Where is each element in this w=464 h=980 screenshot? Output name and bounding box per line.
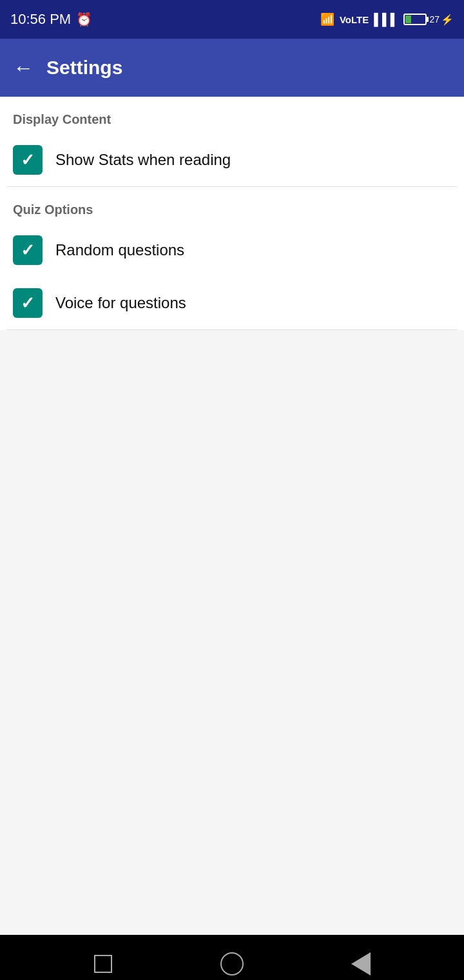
nav-bar xyxy=(0,935,464,980)
battery-box xyxy=(403,14,427,25)
divider-2 xyxy=(6,329,458,330)
battery-fill xyxy=(405,15,411,23)
charging-icon: ⚡ xyxy=(441,14,454,26)
nav-home-button[interactable] xyxy=(216,948,248,980)
checkmark-voice-questions: ✓ xyxy=(21,293,35,313)
voice-questions-label: Voice for questions xyxy=(55,294,186,312)
status-time: 10:56 PM xyxy=(10,11,71,28)
setting-item-voice-questions[interactable]: ✓ Voice for questions xyxy=(0,277,464,329)
signal-icon: ▌▌▌ xyxy=(374,13,398,26)
back-nav-icon xyxy=(351,952,371,975)
main-content: Display Content ✓ Show Stats when readin… xyxy=(0,97,464,935)
home-icon xyxy=(220,952,244,975)
checkmark-random-questions: ✓ xyxy=(21,240,35,260)
section-header-display-content: Display Content xyxy=(0,97,464,133)
checkbox-random-questions[interactable]: ✓ xyxy=(13,235,43,265)
setting-item-show-stats[interactable]: ✓ Show Stats when reading xyxy=(0,133,464,186)
app-bar: ← Settings xyxy=(0,39,464,97)
back-button[interactable]: ← xyxy=(13,56,34,80)
settings-card: Display Content ✓ Show Stats when readin… xyxy=(0,97,464,330)
status-bar-right: 📶 VoLTE ▌▌▌ 27 ⚡ xyxy=(320,12,454,26)
status-bar-left: 10:56 PM ⏰ xyxy=(10,11,92,28)
nav-recents-button[interactable] xyxy=(87,948,119,980)
nav-back-button[interactable] xyxy=(345,948,377,980)
recents-icon xyxy=(94,955,112,973)
page-title: Settings xyxy=(46,57,122,79)
wifi-icon: 📶 xyxy=(320,12,334,26)
volte-icon: VoLTE xyxy=(340,14,369,25)
random-questions-label: Random questions xyxy=(55,241,184,259)
section-header-quiz-options: Quiz Options xyxy=(0,187,464,224)
setting-item-random-questions[interactable]: ✓ Random questions xyxy=(0,224,464,277)
alarm-icon: ⏰ xyxy=(76,12,92,27)
checkbox-voice-questions[interactable]: ✓ xyxy=(13,288,43,318)
battery-percent: 27 xyxy=(429,14,440,24)
battery-container: 27 ⚡ xyxy=(403,14,454,26)
checkbox-show-stats[interactable]: ✓ xyxy=(13,145,43,175)
checkmark-show-stats: ✓ xyxy=(21,150,35,170)
back-icon: ← xyxy=(13,56,34,80)
status-bar: 10:56 PM ⏰ 📶 VoLTE ▌▌▌ 27 ⚡ xyxy=(0,0,464,39)
show-stats-label: Show Stats when reading xyxy=(55,151,231,169)
